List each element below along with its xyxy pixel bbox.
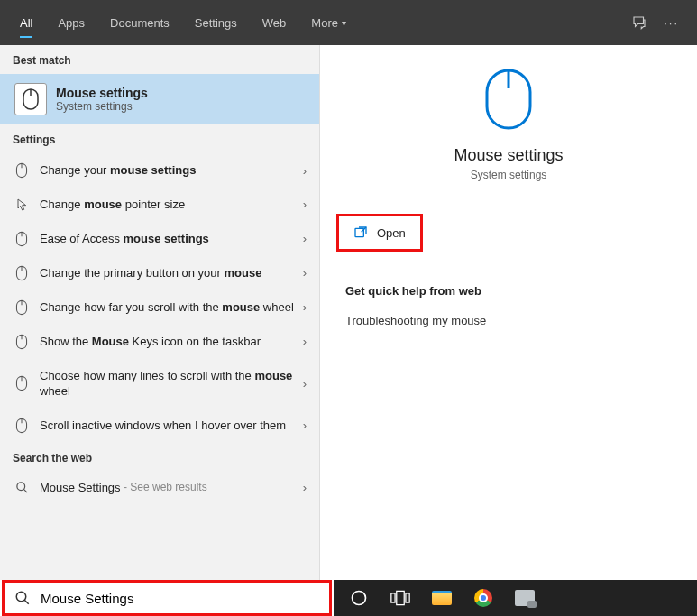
tab-apps-label: Apps	[58, 16, 85, 30]
more-options-icon[interactable]: ···	[664, 16, 679, 30]
detail-title: Mouse settings	[320, 146, 697, 165]
open-icon	[353, 225, 368, 240]
mouse-icon	[13, 375, 31, 391]
help-item[interactable]: Troubleshooting my mouse	[320, 310, 697, 331]
chevron-right-icon: ›	[303, 232, 307, 245]
search-icon	[5, 590, 41, 606]
result-text: Choose how many lines to scroll with the…	[40, 368, 303, 400]
tab-settings-label: Settings	[195, 16, 237, 30]
result-text: Show the Mouse Keys icon on the taskbar	[40, 334, 303, 350]
chevron-right-icon: ›	[303, 300, 307, 314]
settings-result[interactable]: Change how far you scroll with the mouse…	[0, 290, 319, 325]
chevron-right-icon: ›	[303, 377, 307, 391]
taskbar	[334, 580, 697, 616]
mouse-icon	[13, 418, 31, 434]
mouse-icon	[13, 231, 31, 247]
chevron-right-icon: ›	[303, 164, 307, 178]
search-scope-tabs: All Apps Documents Settings Web More▾ ··…	[0, 0, 697, 45]
mouse-icon	[13, 299, 31, 316]
devices-icon[interactable]	[507, 580, 543, 616]
chrome-icon[interactable]	[465, 580, 501, 616]
result-text: Scroll inactive windows when I hover ove…	[40, 418, 303, 434]
web-result-title: Mouse Settings	[40, 481, 121, 494]
best-match-subtitle: System settings	[56, 100, 148, 113]
chevron-right-icon: ›	[303, 266, 307, 280]
mouse-icon	[14, 83, 47, 115]
cortana-icon[interactable]	[341, 580, 377, 616]
open-button-label: Open	[377, 226, 406, 240]
settings-result[interactable]: Show the Mouse Keys icon on the taskbar›	[0, 325, 319, 359]
best-match-result[interactable]: Mouse settings System settings	[0, 74, 319, 124]
tab-web-label: Web	[262, 16, 287, 30]
detail-panel: Mouse settings System settings Open Get …	[320, 45, 697, 580]
settings-result[interactable]: Choose how many lines to scroll with the…	[0, 359, 319, 409]
mouse-icon	[13, 162, 31, 179]
file-explorer-icon[interactable]	[424, 580, 460, 616]
result-text: Change mouse pointer size	[40, 197, 303, 213]
mouse-icon	[13, 265, 31, 281]
web-result-sub: - See web results	[121, 481, 207, 493]
svg-point-16	[16, 483, 24, 491]
chevron-right-icon: ›	[303, 335, 307, 348]
tab-documents-label: Documents	[110, 16, 170, 30]
svg-line-22	[24, 600, 29, 604]
result-text: Change your mouse settings	[40, 162, 303, 179]
mouse-icon	[13, 334, 31, 350]
tab-all-label: All	[20, 16, 32, 30]
tab-web[interactable]: Web	[250, 0, 299, 45]
svg-rect-26	[406, 593, 409, 602]
result-text: Change how far you scroll with the mouse…	[40, 299, 303, 316]
detail-subtitle: System settings	[320, 169, 697, 181]
section-settings: Settings	[0, 124, 319, 153]
chevron-right-icon: ›	[303, 481, 307, 494]
best-match-title: Mouse settings	[56, 86, 148, 100]
results-panel: Best match Mouse settings System setting…	[0, 45, 320, 580]
help-header: Get quick help from web	[320, 252, 697, 310]
search-input[interactable]	[41, 591, 329, 606]
settings-result[interactable]: Change mouse pointer size›	[0, 188, 319, 222]
pointer-icon	[13, 198, 31, 212]
svg-rect-24	[391, 593, 395, 602]
result-text: Ease of Access mouse settings	[40, 231, 303, 247]
settings-result[interactable]: Change your mouse settings›	[0, 153, 319, 188]
section-web: Search the web	[0, 443, 319, 472]
web-result[interactable]: Mouse Settings - See web results ›	[0, 472, 319, 503]
result-text: Change the primary button on your mouse	[40, 265, 303, 281]
svg-point-21	[16, 592, 26, 602]
settings-result[interactable]: Scroll inactive windows when I hover ove…	[0, 409, 319, 443]
search-box[interactable]	[2, 580, 332, 616]
tab-apps[interactable]: Apps	[45, 0, 97, 45]
search-icon	[13, 481, 31, 494]
chevron-down-icon: ▾	[342, 18, 346, 28]
settings-result[interactable]: Change the primary button on your mouse›	[0, 256, 319, 290]
tab-more-label: More	[311, 16, 338, 30]
svg-rect-20	[355, 228, 363, 236]
feedback-icon[interactable]	[631, 14, 647, 31]
tab-settings[interactable]: Settings	[182, 0, 250, 45]
svg-point-23	[353, 592, 366, 605]
chevron-right-icon: ›	[303, 418, 307, 432]
tab-all[interactable]: All	[7, 0, 45, 45]
settings-result[interactable]: Ease of Access mouse settings›	[0, 222, 319, 256]
detail-mouse-icon	[320, 67, 697, 132]
chevron-right-icon: ›	[303, 198, 307, 211]
svg-rect-25	[397, 591, 404, 604]
tab-documents[interactable]: Documents	[97, 0, 182, 45]
svg-line-17	[23, 489, 27, 492]
task-view-icon[interactable]	[382, 580, 418, 616]
tab-more[interactable]: More▾	[298, 0, 359, 45]
section-best-match: Best match	[0, 45, 319, 74]
open-button[interactable]: Open	[336, 214, 423, 252]
